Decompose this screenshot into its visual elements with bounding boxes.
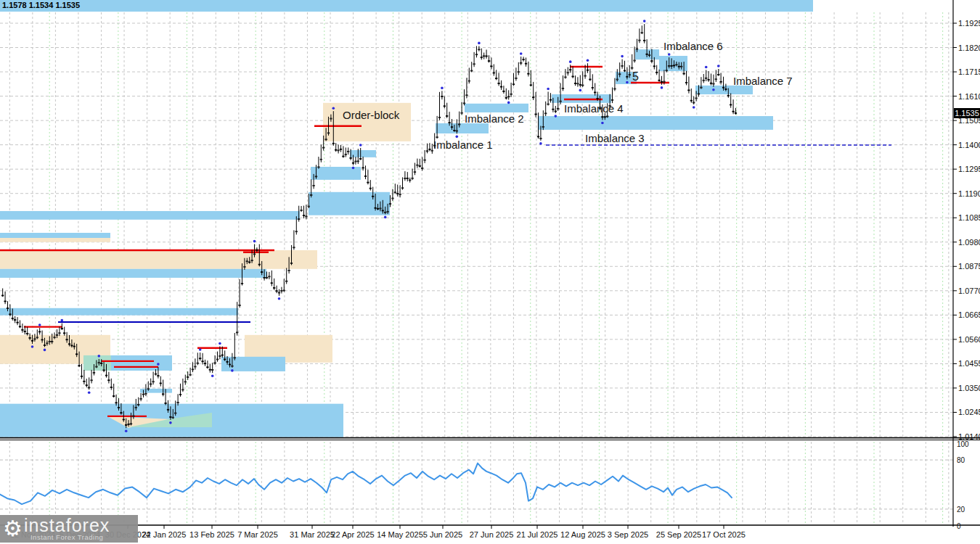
quote-ticker: 1.1578 1.1534 1.1535 [2, 1, 80, 9]
price-axis-label: 1.1295 [958, 165, 980, 173]
date-axis-label: 5 Jun 2025 [423, 530, 462, 539]
date-axis-label: 31 Mar 2025 [290, 530, 335, 539]
instaforex-watermark: ⚙ instaforex Instant Forex Trading [0, 515, 138, 543]
price-axis-label: 1.1400 [958, 141, 980, 149]
price-axis-label: 1.0875 [958, 262, 980, 271]
price-axis-label: 1.0245 [958, 408, 980, 416]
date-axis-label: 22 Jan 2025 [142, 530, 187, 539]
chart-annotation-label: Imbalance 2 [465, 112, 524, 125]
date-axis-label: 12 Aug 2025 [560, 530, 605, 539]
price-axis-label: 1.0980 [958, 238, 980, 247]
price-axis-label: 1.1925 [958, 19, 980, 28]
date-axis-label: 22 Apr 2025 [331, 530, 374, 539]
date-axis-label: 21 Jul 2025 [517, 530, 558, 539]
chart-annotation-label: 5 [632, 70, 639, 83]
chart-annotation-label: Imbalance 6 [663, 40, 723, 52]
date-axis-label: 27 Jun 2025 [470, 530, 514, 539]
price-axis-label: 1.0560 [958, 335, 980, 344]
price-axis-label: 1.1085 [958, 213, 980, 222]
price-axis-label: 1.0770 [958, 287, 980, 295]
current-price-tag: 1.1535 [954, 108, 980, 118]
date-axis-label: 3 Sep 2025 [608, 530, 648, 539]
chart-annotation-label: Imbalance 1 [433, 139, 493, 151]
oscillator-axis-label: 80 [957, 456, 965, 464]
oscillator-axis-label: 100 [957, 440, 969, 448]
watermark-text: instaforex Instant Forex Trading [24, 517, 110, 541]
brand-tagline: Instant Forex Trading [30, 533, 103, 541]
date-axis-label: 7 Mar 2025 [237, 530, 278, 539]
gear-logo-icon: ⚙ [3, 516, 23, 541]
price-axis-label: 1.1715 [958, 67, 980, 76]
oscillator-axis-label: 20 [957, 506, 965, 514]
oscillator-axis-label: 0 [957, 522, 961, 530]
chart-annotation-label: Order-block [343, 109, 399, 121]
brand-name: instaforex [24, 517, 110, 533]
date-axis-label: 13 Feb 2025 [189, 530, 234, 539]
price-axis-label: 1.0455 [958, 359, 980, 368]
price-axis-label: 1.1820 [958, 44, 980, 52]
price-axis-label: 1.0350 [958, 384, 980, 392]
price-axis-label: 1.1610 [958, 92, 980, 101]
chart-annotation-label: Imbalance 3 [585, 132, 645, 144]
chart-annotation-label: Imbalance 4 [564, 102, 624, 115]
price-axis-label: 1.1190 [958, 189, 980, 198]
candlestick-chart[interactable] [0, 0, 980, 544]
date-axis-label: 25 Sep 2025 [656, 530, 701, 539]
date-axis-label: 14 May 2025 [377, 530, 423, 539]
chart-annotation-label: Imbalance 7 [733, 75, 793, 87]
chart-window: 1.1578 1.1534 1.1535 Order-blockImbalanc… [0, 0, 980, 544]
price-axis-label: 1.0665 [958, 310, 980, 319]
date-axis-label: 17 Oct 2025 [702, 530, 746, 539]
current-price-value: 1.1535 [955, 109, 979, 118]
